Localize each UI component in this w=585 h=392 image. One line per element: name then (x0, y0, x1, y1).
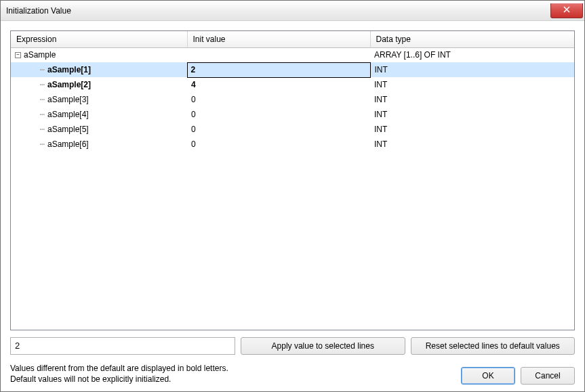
cell-expression: aSample[4] (47, 110, 89, 119)
cell-data-type: INT (370, 107, 574, 122)
cell-data-type: INT (370, 92, 574, 107)
dialog-content: Expression Init value Data type − aSampl… (1, 21, 584, 391)
ok-button[interactable]: OK (461, 367, 515, 385)
data-table-container: Expression Init value Data type − aSampl… (10, 30, 575, 330)
tree-connector-icon: ⋯ (27, 139, 47, 149)
apply-button[interactable]: Apply value to selected lines (241, 337, 405, 355)
cell-expression: aSample[2] (47, 80, 91, 89)
cell-init-value[interactable]: 4 (187, 77, 370, 92)
window-title: Initialization Value (6, 6, 71, 16)
hint-text: Values different from the default are di… (10, 363, 228, 385)
titlebar: Initialization Value (1, 1, 584, 21)
table-row[interactable]: ⋯aSample[3]0INT (11, 92, 574, 107)
cell-init-value[interactable]: 0 (187, 137, 370, 152)
root-expression: aSample (24, 50, 56, 60)
cancel-button[interactable]: Cancel (521, 367, 575, 385)
cell-init-value[interactable]: 0 (187, 92, 370, 107)
hint-line-1: Values different from the default are di… (10, 363, 228, 374)
reset-button[interactable]: Reset selected lines to default values (411, 337, 576, 355)
cell-data-type: INT (370, 137, 574, 152)
cell-expression: aSample[6] (47, 139, 89, 149)
bottom-row: Values different from the default are di… (10, 363, 575, 385)
hint-line-2: Default values will not be explicitly in… (10, 374, 228, 385)
value-input[interactable] (10, 337, 235, 355)
table-row-root[interactable]: − aSample ARRAY [1..6] OF INT (11, 47, 574, 62)
close-button[interactable] (550, 3, 583, 18)
close-icon (563, 5, 570, 15)
table-row[interactable]: ⋯aSample[6]0INT (11, 137, 574, 152)
collapse-icon[interactable]: − (15, 52, 21, 58)
cell-data-type: INT (370, 62, 574, 77)
root-init-value (187, 47, 370, 62)
cell-init-value[interactable]: 0 (187, 122, 370, 137)
header-data-type[interactable]: Data type (370, 31, 574, 47)
cell-expression: aSample[1] (47, 65, 91, 74)
table-row[interactable]: ⋯aSample[4]0INT (11, 107, 574, 122)
tree-connector-icon: ⋯ (27, 80, 47, 89)
table-row[interactable]: ⋯aSample[5]0INT (11, 122, 574, 137)
tree-connector-icon: ⋯ (27, 65, 47, 74)
cell-expression: aSample[3] (47, 95, 89, 104)
cell-init-value[interactable]: 2 (187, 62, 370, 77)
tree-connector-icon: ⋯ (27, 125, 47, 134)
table-row[interactable]: ⋯aSample[1]2INT (11, 62, 574, 77)
init-values-table: Expression Init value Data type − aSampl… (11, 31, 574, 152)
cell-expression: aSample[5] (47, 125, 89, 134)
header-init-value[interactable]: Init value (187, 31, 370, 47)
dialog-buttons: OK Cancel (461, 367, 575, 385)
tree-connector-icon: ⋯ (27, 110, 47, 119)
action-row: Apply value to selected lines Reset sele… (10, 337, 575, 355)
tree-connector-icon: ⋯ (27, 95, 47, 104)
cell-init-value[interactable]: 0 (187, 107, 370, 122)
table-row[interactable]: ⋯aSample[2]4INT (11, 77, 574, 92)
root-data-type: ARRAY [1..6] OF INT (370, 47, 574, 62)
header-expression[interactable]: Expression (11, 31, 187, 47)
cell-data-type: INT (370, 122, 574, 137)
table-header-row: Expression Init value Data type (11, 31, 574, 47)
cell-data-type: INT (370, 77, 574, 92)
